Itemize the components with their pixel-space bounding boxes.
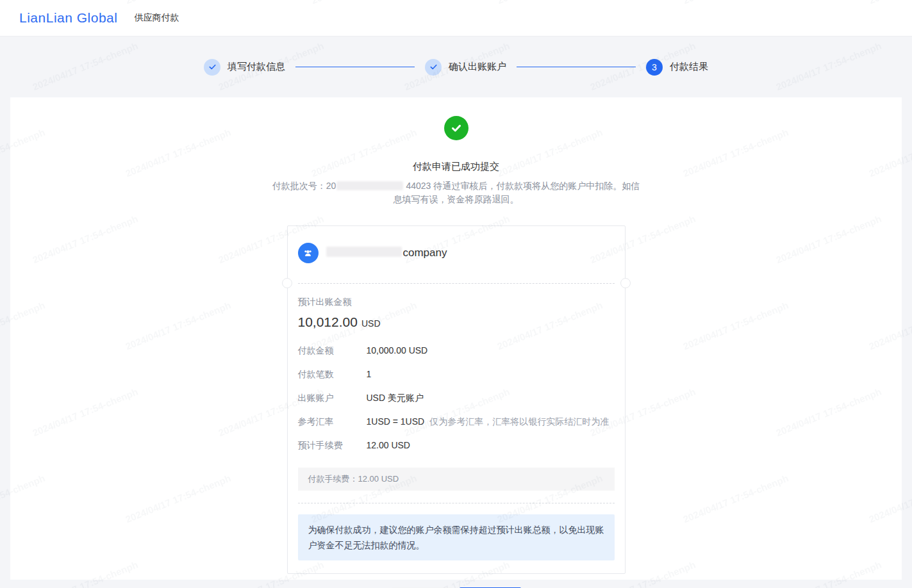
ticket-notch-left	[282, 278, 292, 288]
step-payment-result: 3 付款结果	[646, 59, 708, 76]
fee-detail-box: 付款手续费：12.00 USD	[298, 468, 615, 491]
step-connector-2	[517, 67, 636, 67]
step-confirm-account: 确认出账账户	[425, 59, 506, 76]
payee-header: company	[288, 226, 625, 283]
payee-company-name: company	[326, 247, 447, 259]
step-3-label: 付款结果	[670, 61, 708, 73]
step-fill-payment-info: 填写付款信息	[204, 59, 285, 76]
lianlian-global-logo: LianLian Global	[19, 10, 117, 26]
payment-summary-card: company 预计出账金额 10,012.00 USD 付款金额 10,000…	[287, 225, 626, 574]
result-panel: 付款申请已成功提交 付款批次号：2044023 待通过审核后，付款款项将从您的账…	[10, 97, 902, 580]
estimated-debit-label: 预计出账金额	[298, 297, 615, 308]
batch-number-prefix: 付款批次号：20	[272, 181, 336, 191]
field-label: 参考汇率	[298, 416, 367, 428]
amount-currency: USD	[361, 318, 381, 329]
result-description: 付款批次号：2044023 待通过审核后，付款款项将从您的账户中扣除。如信息填写…	[269, 179, 643, 206]
company-name-suffix: company	[403, 247, 447, 259]
estimated-debit-amount: 10,012.00 USD	[298, 314, 615, 330]
app-header: LianLian Global 供应商付款	[0, 0, 912, 37]
rate-disclaimer-note: 仅为参考汇率，汇率将以银行实际结汇时为准	[429, 416, 609, 428]
product-title: 供应商付款	[134, 12, 179, 24]
result-title: 付款申请已成功提交	[10, 161, 902, 173]
field-label: 付款笔数	[298, 369, 367, 380]
row-payment-count: 付款笔数 1	[298, 369, 615, 380]
success-check-icon	[444, 116, 468, 140]
amount-number: 10,012.00	[298, 314, 358, 330]
row-estimated-fee: 预计手续费 12.00 USD	[298, 440, 615, 452]
row-payment-amount: 付款金额 10,000.00 USD	[298, 345, 615, 357]
field-value: 1	[367, 369, 372, 379]
field-label: 出账账户	[298, 393, 367, 404]
field-label: 预计手续费	[298, 440, 367, 452]
ticket-divider	[298, 283, 615, 284]
step-1-label: 填写付款信息	[228, 61, 285, 73]
balance-notice: 为确保付款成功，建议您的账户余额需保持超过预计出账总额，以免出现账户资金不足无法…	[298, 514, 615, 560]
field-value: 10,000.00 USD	[367, 345, 428, 355]
stepper: 填写付款信息 确认出账账户 3 付款结果	[0, 37, 912, 97]
result-description-text: 44023 待通过审核后，付款款项将从您的账户中扣除。如信息填写有误，资金将原路…	[394, 181, 640, 204]
inner-dashed-divider	[298, 503, 615, 503]
row-debit-account: 出账账户 USD 美元账户	[298, 393, 615, 404]
step-2-check-icon	[425, 59, 442, 76]
step-connector-1	[295, 67, 415, 67]
field-label: 付款金额	[298, 345, 367, 357]
step-1-check-icon	[204, 59, 220, 76]
field-value: 12.00 USD	[367, 440, 410, 450]
ticket-notch-right	[620, 278, 631, 288]
row-reference-rate: 参考汇率 1USD = 1USD 仅为参考汇率，汇率将以银行实际结汇时为准	[298, 416, 615, 428]
field-value: 1USD = 1USD	[367, 416, 425, 427]
step-3-number: 3	[646, 59, 663, 76]
payee-avatar-icon	[298, 243, 319, 263]
batch-number-redacted	[336, 181, 403, 190]
field-value: USD 美元账户	[367, 393, 424, 404]
company-name-redacted	[326, 247, 402, 257]
step-2-label: 确认出账账户	[449, 61, 506, 73]
